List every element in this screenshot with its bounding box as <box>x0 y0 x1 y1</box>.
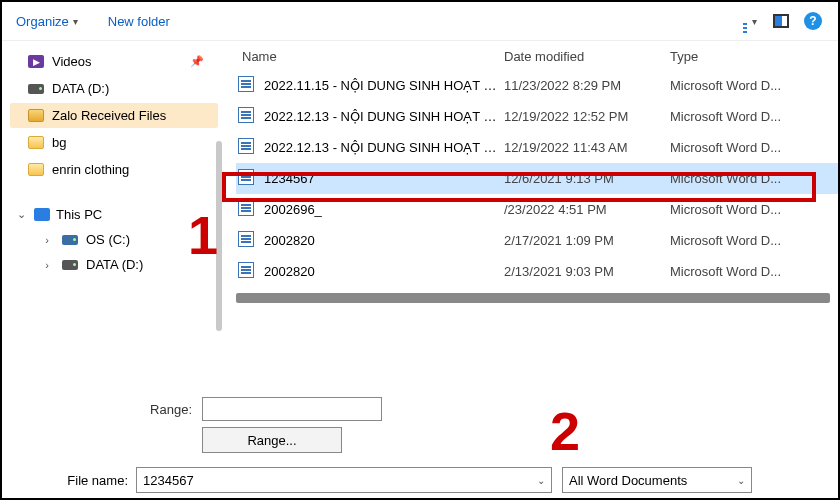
file-name: 2022.12.13 - NỘI DUNG SINH HOẠT THÁ.. <box>264 140 504 155</box>
file-row[interactable]: 123456712/6/2021 9:13 PMMicrosoft Word D… <box>236 163 838 194</box>
file-date: 12/19/2022 11:43 AM <box>504 140 670 155</box>
sidebar-item-label: DATA (D:) <box>86 257 143 272</box>
sidebar-item-zalo[interactable]: Zalo Received Files <box>10 103 218 128</box>
sidebar-item-label: DATA (D:) <box>52 81 109 96</box>
chevron-right-icon[interactable]: › <box>40 234 54 246</box>
sidebar-item-enrin[interactable]: enrin clothing <box>10 157 218 182</box>
horizontal-scrollbar[interactable] <box>236 293 830 303</box>
file-date: 2/13/2021 9:03 PM <box>504 264 670 279</box>
file-name: 2002820 <box>264 264 504 279</box>
file-date: 12/6/2021 9:13 PM <box>504 171 670 186</box>
drive-icon <box>62 260 78 270</box>
organize-label: Organize <box>16 14 69 29</box>
drive-icon <box>28 84 44 94</box>
file-name: 2022.12.13 - NỘI DUNG SINH HOẠT THÁ.. <box>264 109 504 124</box>
help-button[interactable]: ? <box>802 10 824 32</box>
file-date: 11/23/2022 8:29 PM <box>504 78 670 93</box>
word-doc-icon <box>238 169 254 185</box>
column-headers: Name Date modified Type <box>236 41 838 70</box>
file-name-label: File name: <box>24 473 136 488</box>
file-name: 2002696_ <box>264 202 504 217</box>
file-list-pane: Name Date modified Type 2022.11.15 - NỘI… <box>218 41 838 381</box>
sidebar-item-label: enrin clothing <box>52 162 129 177</box>
chevron-down-icon: ⌄ <box>537 475 545 486</box>
sidebar-item-label: Videos <box>52 54 92 69</box>
chevron-down-icon[interactable]: ⌄ <box>14 208 28 221</box>
sidebar-item-bg[interactable]: bg <box>10 130 218 155</box>
file-type: Microsoft Word D... <box>670 264 838 279</box>
dialog-bottom: Range: Range... File name: 1234567 ⌄ All… <box>2 381 838 500</box>
dialog-toolbar: Organize ▾ New folder ▾ ? <box>2 2 838 41</box>
sidebar-group-this-pc[interactable]: ⌄ This PC <box>10 202 218 227</box>
file-name-combo[interactable]: 1234567 ⌄ <box>136 467 552 493</box>
file-row[interactable]: 2022.12.13 - NỘI DUNG SINH HOẠT THÁ..12/… <box>236 101 838 132</box>
navigation-sidebar: ▶ Videos 📌 DATA (D:) Zalo Received Files… <box>2 41 218 381</box>
file-row[interactable]: 2022.12.13 - NỘI DUNG SINH HOẠT THÁ..12/… <box>236 132 838 163</box>
range-input[interactable] <box>202 397 382 421</box>
monitor-icon <box>34 208 50 221</box>
sidebar-item-data-d[interactable]: DATA (D:) <box>10 76 218 101</box>
file-date: /23/2022 4:51 PM <box>504 202 670 217</box>
range-button[interactable]: Range... <box>202 427 342 453</box>
file-name: 2022.11.15 - NỘI DUNG SINH HOẠT THÁ.. <box>264 78 504 93</box>
list-view-icon <box>742 14 748 29</box>
sidebar-item-os-c[interactable]: › OS (C:) <box>10 227 218 252</box>
drive-icon <box>62 235 78 245</box>
file-date: 12/19/2022 12:52 PM <box>504 109 670 124</box>
file-row[interactable]: 20028202/17/2021 1:09 PMMicrosoft Word D… <box>236 225 838 256</box>
new-folder-button[interactable]: New folder <box>108 14 170 29</box>
filter-value: All Word Documents <box>569 473 687 488</box>
pin-icon: 📌 <box>190 55 204 68</box>
file-name: 1234567 <box>264 171 504 186</box>
sidebar-group-label: This PC <box>56 207 102 222</box>
file-type: Microsoft Word D... <box>670 233 838 248</box>
sidebar-item-label: OS (C:) <box>86 232 130 247</box>
sidebar-item-videos[interactable]: ▶ Videos 📌 <box>10 49 218 74</box>
file-name-value: 1234567 <box>143 473 194 488</box>
file-type: Microsoft Word D... <box>670 140 838 155</box>
folder-icon <box>28 109 44 122</box>
file-row[interactable]: 2002696_/23/2022 4:51 PMMicrosoft Word D… <box>236 194 838 225</box>
word-doc-icon <box>238 231 254 247</box>
chevron-down-icon: ⌄ <box>737 475 745 486</box>
sidebar-item-label: bg <box>52 135 66 150</box>
column-header-name[interactable]: Name <box>236 49 504 64</box>
chevron-down-icon: ▾ <box>73 16 78 27</box>
file-row[interactable]: 20028202/13/2021 9:03 PMMicrosoft Word D… <box>236 256 838 287</box>
chevron-down-icon: ▾ <box>752 16 757 27</box>
file-name: 2002820 <box>264 233 504 248</box>
sidebar-item-data-d-2[interactable]: › DATA (D:) <box>10 252 218 277</box>
videos-icon: ▶ <box>28 55 44 68</box>
file-type: Microsoft Word D... <box>670 202 838 217</box>
folder-icon <box>28 136 44 149</box>
help-icon: ? <box>804 12 822 30</box>
word-doc-icon <box>238 107 254 123</box>
file-type: Microsoft Word D... <box>670 171 838 186</box>
word-doc-icon <box>238 76 254 92</box>
sidebar-item-label: Zalo Received Files <box>52 108 166 123</box>
file-type-filter[interactable]: All Word Documents ⌄ <box>562 467 752 493</box>
chevron-right-icon[interactable]: › <box>40 259 54 271</box>
word-doc-icon <box>238 200 254 216</box>
column-header-date[interactable]: Date modified <box>504 49 670 64</box>
preview-pane-toggle[interactable] <box>770 10 792 32</box>
organize-menu[interactable]: Organize ▾ <box>16 14 78 29</box>
main-area: ▶ Videos 📌 DATA (D:) Zalo Received Files… <box>2 41 838 381</box>
view-menu[interactable]: ▾ <box>738 10 760 32</box>
column-header-type[interactable]: Type <box>670 49 838 64</box>
file-type: Microsoft Word D... <box>670 109 838 124</box>
range-label: Range: <box>24 402 202 417</box>
folder-icon <box>28 163 44 176</box>
file-row[interactable]: 2022.11.15 - NỘI DUNG SINH HOẠT THÁ..11/… <box>236 70 838 101</box>
word-doc-icon <box>238 138 254 154</box>
pane-icon <box>773 14 789 28</box>
word-doc-icon <box>238 262 254 278</box>
file-date: 2/17/2021 1:09 PM <box>504 233 670 248</box>
file-type: Microsoft Word D... <box>670 78 838 93</box>
